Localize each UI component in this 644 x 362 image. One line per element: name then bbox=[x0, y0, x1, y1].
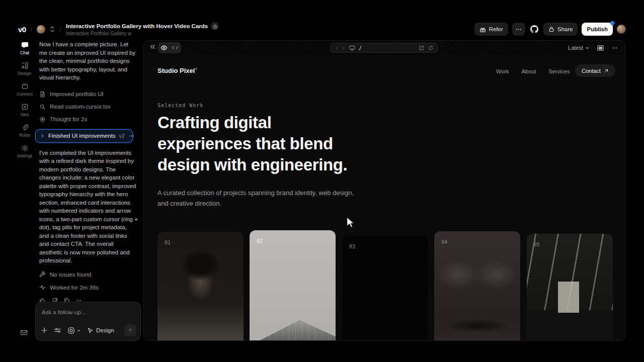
section-eyebrow: Selected Work bbox=[157, 103, 203, 108]
preview-eye-icon[interactable] bbox=[160, 44, 168, 51]
step-thought[interactable]: Thought for 2s bbox=[39, 113, 138, 126]
publish-button[interactable]: Publish bbox=[582, 23, 613, 36]
v0-logo[interactable]: v0 bbox=[18, 25, 26, 34]
card-number: 01 bbox=[165, 240, 171, 245]
file-icon bbox=[39, 91, 46, 98]
breadcrumb: v0 / / Interactive Portfolio Gallery wit… bbox=[18, 20, 219, 38]
url-path[interactable]: / bbox=[359, 45, 362, 51]
task-menu-icon[interactable] bbox=[128, 133, 135, 139]
composer-toolbar: Design bbox=[41, 324, 136, 336]
rail-label: Vars bbox=[21, 112, 29, 117]
nav-link-services[interactable]: Services bbox=[548, 68, 570, 74]
agent-icon bbox=[67, 327, 75, 334]
back-icon[interactable] bbox=[335, 46, 339, 50]
preview-menu-icon[interactable] bbox=[611, 45, 618, 51]
wrench-icon bbox=[39, 271, 46, 278]
plug-icon bbox=[21, 82, 29, 90]
collapse-sidebar-icon[interactable] bbox=[149, 43, 156, 50]
card-number: 04 bbox=[441, 239, 447, 245]
photo-lips-closeup bbox=[434, 231, 520, 340]
site-nav: Work About Services bbox=[496, 68, 570, 74]
rail-label: Settings bbox=[17, 153, 33, 158]
step-improved-portfolio-ui[interactable]: Improved portfolio UI bbox=[39, 88, 138, 101]
gallery-card-04[interactable]: 04 bbox=[434, 231, 520, 340]
gallery-card-02[interactable]: 02 bbox=[250, 230, 336, 340]
gallery-card-05[interactable]: 05 bbox=[527, 234, 613, 340]
more-options-button[interactable] bbox=[512, 23, 525, 36]
project-info: Interactive Portfolio Gallery with Hover… bbox=[66, 22, 219, 36]
preview-url-bar[interactable]: / bbox=[330, 43, 438, 53]
view-mode-toggle bbox=[158, 42, 181, 53]
chat-panel: Now I have a complete picture. Let me cr… bbox=[39, 40, 138, 304]
followup-input[interactable] bbox=[42, 309, 134, 315]
arrow-up-icon bbox=[127, 327, 133, 333]
hero-line-3: design with engineering. bbox=[157, 155, 347, 174]
card-number: 02 bbox=[257, 238, 263, 244]
rail-item-chat[interactable]: Chat bbox=[14, 41, 35, 55]
send-button[interactable] bbox=[124, 324, 136, 336]
hero-heading: Crafting digital experiences that blend … bbox=[157, 112, 369, 175]
breadcrumb-separator: / bbox=[59, 26, 61, 33]
ellipsis-icon bbox=[515, 26, 522, 33]
device-frame-icon[interactable] bbox=[597, 44, 604, 52]
nav-link-about[interactable]: About bbox=[521, 68, 536, 74]
status-worked-duration: Worked for 2m 39s bbox=[39, 281, 138, 294]
version-label: Latest bbox=[568, 45, 583, 51]
viewport-icon[interactable] bbox=[349, 45, 355, 51]
activity-icon bbox=[39, 284, 46, 291]
paperclip-icon bbox=[21, 124, 29, 131]
status-text: Worked for 2m 39s bbox=[50, 285, 99, 291]
finished-task-card[interactable]: Finished UI improvements v2 bbox=[35, 129, 133, 143]
task-version-badge: v2 bbox=[119, 133, 125, 139]
refer-button[interactable]: Refer bbox=[474, 23, 508, 36]
gallery-card-01[interactable]: 01 bbox=[157, 232, 244, 340]
hero-line-2: experiences that blend bbox=[157, 134, 333, 153]
share-button[interactable]: Share bbox=[543, 23, 578, 36]
contact-button[interactable]: Contact bbox=[575, 64, 615, 77]
rail-item-rules[interactable]: Rules bbox=[14, 124, 35, 138]
feedback-mail-icon[interactable] bbox=[20, 329, 28, 336]
rail-label: Rules bbox=[19, 133, 30, 138]
registered-mark: ® bbox=[195, 67, 197, 71]
rail-item-design[interactable]: Design bbox=[14, 62, 35, 76]
design-mode-button[interactable]: Design bbox=[87, 327, 114, 334]
step-read-custom-cursor[interactable]: Read custom-cursor.tsx bbox=[39, 101, 138, 113]
code-view-icon[interactable] bbox=[172, 44, 179, 51]
agent-selector[interactable] bbox=[67, 327, 81, 334]
project-switcher-icon[interactable] bbox=[50, 26, 55, 33]
rail-item-connect[interactable]: Connect bbox=[14, 82, 35, 97]
rail-label: Design bbox=[18, 71, 31, 76]
project-title[interactable]: Interactive Portfolio Gallery with Hover… bbox=[66, 23, 208, 29]
nav-link-work[interactable]: Work bbox=[496, 68, 509, 74]
card-number: 03 bbox=[349, 244, 355, 249]
search-icon bbox=[39, 104, 46, 110]
private-lock-icon[interactable] bbox=[211, 22, 219, 30]
rail-label: Chat bbox=[20, 50, 29, 55]
user-avatar[interactable] bbox=[617, 25, 626, 34]
pointer-icon bbox=[87, 327, 94, 334]
site-logo[interactable]: Studio Pixel® bbox=[157, 67, 198, 74]
step-label: Improved portfolio UI bbox=[50, 91, 104, 97]
url-actions bbox=[419, 45, 434, 51]
version-dropdown[interactable]: Latest bbox=[568, 45, 590, 51]
open-external-icon[interactable] bbox=[419, 45, 424, 51]
github-button[interactable] bbox=[529, 23, 539, 36]
arrow-up-right-icon bbox=[604, 68, 609, 73]
notification-dot bbox=[610, 21, 614, 25]
garage-pillar bbox=[558, 282, 579, 313]
settings-sliders-icon[interactable] bbox=[54, 327, 61, 334]
attach-plus-icon[interactable] bbox=[41, 327, 48, 334]
chevron-down-icon bbox=[76, 328, 81, 333]
team-avatar[interactable] bbox=[37, 25, 45, 34]
variable-box-icon bbox=[21, 103, 29, 111]
refresh-icon[interactable] bbox=[428, 45, 434, 51]
task-steps: Improved portfolio UI Read custom-cursor… bbox=[39, 88, 138, 126]
breadcrumb-separator: / bbox=[31, 26, 33, 33]
status-text: No issues found bbox=[50, 272, 91, 278]
card-number: 05 bbox=[534, 242, 540, 247]
rail-item-vars[interactable]: Vars bbox=[14, 103, 35, 117]
forward-icon[interactable] bbox=[341, 46, 346, 50]
rail-item-settings[interactable]: Settings bbox=[14, 144, 35, 158]
status-no-issues: No issues found bbox=[39, 268, 138, 281]
gallery-card-03[interactable]: 03 bbox=[342, 236, 428, 340]
